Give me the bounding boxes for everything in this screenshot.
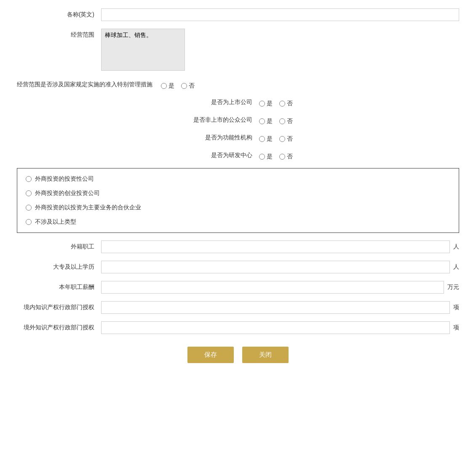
rd-center-row: 是否为研发中心 是 否 [17, 150, 459, 160]
rd-center-yes-label: 是 [267, 153, 273, 160]
edu-label: 大专及以上学历 [17, 261, 101, 271]
rd-center-yes-item[interactable]: 是 [259, 153, 273, 160]
special-mgmt-label: 经营范围是否涉及国家规定实施的准入特别管理措施 [17, 81, 161, 88]
edu-row: 大专及以上学历 人 [17, 261, 459, 273]
rd-center-radio-group: 是 否 [259, 150, 293, 160]
domestic-ip-label: 境内知识产权行政部门授权 [17, 301, 101, 311]
invest-type-radio-3[interactable] [26, 219, 32, 225]
edu-unit: 人 [450, 261, 459, 271]
special-mgmt-no-item[interactable]: 否 [181, 82, 195, 90]
invest-type-item-0[interactable]: 外商投资的投资性公司 [26, 175, 450, 183]
listed-row: 是否为上市公司 是 否 [17, 97, 459, 107]
public-unlisted-label: 是否非上市的公众公司 [183, 116, 259, 124]
invest-type-item-2[interactable]: 外商投资的以投资为主要业务的合伙企业 [26, 204, 450, 211]
invest-type-radio-1[interactable] [26, 190, 32, 196]
business-scope-label: 经营范围 [17, 29, 101, 39]
invest-type-label-1: 外商投资的创业投资公司 [35, 190, 100, 197]
invest-type-label-0: 外商投资的投资性公司 [35, 175, 94, 183]
public-unlisted-yes-radio[interactable] [259, 118, 265, 124]
invest-type-item-1[interactable]: 外商投资的创业投资公司 [26, 190, 450, 197]
foreign-staff-unit: 人 [450, 241, 459, 251]
listed-no-radio[interactable] [279, 101, 285, 107]
button-row: 保存 关闭 [17, 347, 459, 363]
foreign-staff-label: 外籍职工 [17, 241, 101, 251]
domestic-ip-unit: 项 [450, 301, 459, 311]
save-button[interactable]: 保存 [187, 347, 234, 363]
rd-center-no-radio[interactable] [279, 154, 285, 160]
listed-label: 是否为上市公司 [183, 99, 259, 106]
rd-center-no-item[interactable]: 否 [279, 153, 293, 160]
public-unlisted-row: 是否非上市的公众公司 是 否 [17, 115, 459, 125]
invest-type-radio-2[interactable] [26, 205, 32, 211]
public-unlisted-radio-group: 是 否 [259, 115, 293, 125]
listed-yes-label: 是 [267, 100, 273, 107]
public-unlisted-yes-item[interactable]: 是 [259, 118, 273, 125]
name-en-label: 各称(英文) [17, 8, 101, 19]
rd-center-no-label: 否 [287, 153, 293, 160]
special-mgmt-yes-item[interactable]: 是 [161, 82, 174, 90]
functional-org-radio-group: 是 否 [259, 133, 293, 143]
invest-type-label-2: 外商投资的以投资为主要业务的合伙企业 [35, 204, 141, 211]
invest-type-label-3: 不涉及以上类型 [35, 218, 76, 226]
edu-input[interactable] [101, 261, 450, 273]
business-scope-input[interactable]: 棒球加工、销售。 [101, 29, 185, 71]
functional-org-yes-item[interactable]: 是 [259, 135, 273, 143]
rd-center-label: 是否为研发中心 [183, 152, 259, 159]
foreign-staff-input[interactable] [101, 241, 450, 253]
name-en-input[interactable] [101, 8, 459, 21]
functional-org-no-label: 否 [287, 135, 293, 143]
salary-unit: 万元 [444, 281, 459, 291]
salary-label: 本年职工薪酬 [17, 281, 101, 291]
invest-type-radio-0[interactable] [26, 176, 32, 182]
business-scope-wrapper: 棒球加工、销售。 [101, 29, 459, 72]
close-button[interactable]: 关闭 [242, 347, 289, 363]
functional-org-no-item[interactable]: 否 [279, 135, 293, 143]
name-en-row: 各称(英文) [17, 8, 459, 21]
business-scope-row: 经营范围 棒球加工、销售。 [17, 29, 459, 72]
functional-org-yes-label: 是 [267, 135, 273, 143]
foreign-ip-label: 境外知识产权行政部门授权 [17, 321, 101, 331]
listed-yes-item[interactable]: 是 [259, 100, 273, 107]
special-mgmt-radio-group: 是 否 [161, 80, 195, 90]
foreign-ip-row: 境外知识产权行政部门授权 项 [17, 321, 459, 334]
public-unlisted-yes-label: 是 [267, 118, 273, 125]
salary-row: 本年职工薪酬 万元 [17, 281, 459, 294]
special-mgmt-yes-label: 是 [168, 82, 174, 90]
foreign-ip-unit: 项 [450, 321, 459, 331]
foreign-staff-row: 外籍职工 人 [17, 241, 459, 253]
special-mgmt-yes-radio[interactable] [161, 83, 167, 89]
domestic-ip-input[interactable] [101, 301, 450, 314]
listed-radio-group: 是 否 [259, 97, 293, 107]
public-unlisted-no-radio[interactable] [279, 118, 285, 124]
functional-org-label: 是否为功能性机构 [183, 134, 259, 142]
domestic-ip-row: 境内知识产权行政部门授权 项 [17, 301, 459, 314]
special-mgmt-no-radio[interactable] [181, 83, 187, 89]
functional-org-yes-radio[interactable] [259, 136, 265, 142]
rd-center-yes-radio[interactable] [259, 154, 265, 160]
functional-org-row: 是否为功能性机构 是 否 [17, 133, 459, 143]
listed-no-label: 否 [287, 100, 293, 107]
form-container: 各称(英文) 经营范围 棒球加工、销售。 经营范围是否涉及国家规定实施的准入特别… [17, 8, 459, 363]
public-unlisted-no-item[interactable]: 否 [279, 118, 293, 125]
listed-no-item[interactable]: 否 [279, 100, 293, 107]
functional-org-no-radio[interactable] [279, 136, 285, 142]
listed-yes-radio[interactable] [259, 101, 265, 107]
foreign-ip-input[interactable] [101, 321, 450, 334]
special-mgmt-row: 经营范围是否涉及国家规定实施的准入特别管理措施 是 否 [17, 80, 459, 90]
special-mgmt-no-label: 否 [189, 82, 195, 90]
invest-type-box: 外商投资的投资性公司 外商投资的创业投资公司 外商投资的以投资为主要业务的合伙企… [17, 168, 459, 233]
public-unlisted-no-label: 否 [287, 118, 293, 125]
invest-type-item-3[interactable]: 不涉及以上类型 [26, 218, 450, 226]
salary-input[interactable] [101, 281, 444, 294]
